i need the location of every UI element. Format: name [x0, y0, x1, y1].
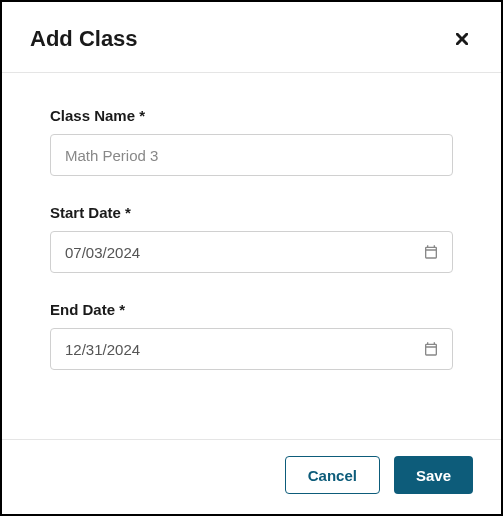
start-date-wrap: [50, 231, 453, 273]
cancel-button[interactable]: Cancel: [285, 456, 380, 494]
start-date-label: Start Date *: [50, 204, 453, 221]
end-date-input[interactable]: [50, 328, 453, 370]
add-class-modal: Add Class Class Name * Start Date * End …: [2, 2, 501, 514]
save-button[interactable]: Save: [394, 456, 473, 494]
close-button[interactable]: [451, 28, 473, 50]
end-date-group: End Date *: [50, 301, 453, 370]
start-date-input[interactable]: [50, 231, 453, 273]
modal-title: Add Class: [30, 26, 138, 52]
end-date-label: End Date *: [50, 301, 453, 318]
class-name-group: Class Name *: [50, 107, 453, 176]
modal-header: Add Class: [2, 2, 501, 73]
modal-footer: Cancel Save: [2, 439, 501, 514]
class-name-label: Class Name *: [50, 107, 453, 124]
modal-body: Class Name * Start Date * End Date *: [2, 73, 501, 439]
close-icon: [453, 30, 471, 48]
end-date-wrap: [50, 328, 453, 370]
class-name-input[interactable]: [50, 134, 453, 176]
start-date-group: Start Date *: [50, 204, 453, 273]
